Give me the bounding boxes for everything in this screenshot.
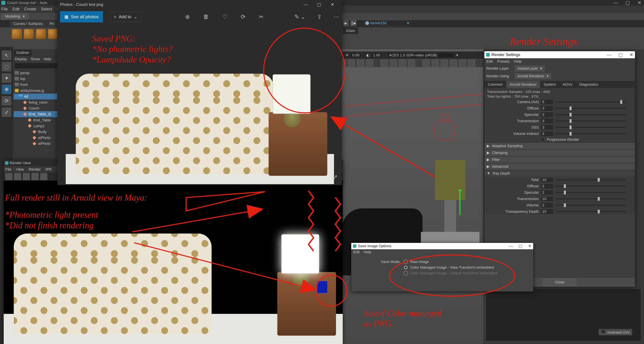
maximize-icon[interactable]: ▢ <box>518 244 522 248</box>
outliner-item[interactable]: front <box>14 82 60 88</box>
more-icon[interactable]: ⋯ <box>334 13 339 20</box>
radio-view-transform[interactable] <box>404 265 408 270</box>
rv-menu-view[interactable]: View <box>16 167 24 172</box>
param-value-input[interactable]: 3 <box>541 118 554 124</box>
play-button[interactable]: ▶ <box>343 20 349 26</box>
param-slider[interactable] <box>556 101 626 102</box>
rv-tool-icon[interactable] <box>14 173 21 180</box>
section-collapsed[interactable]: ▶Filter <box>484 156 635 163</box>
render-region-marquee[interactable] <box>317 281 327 293</box>
progressive-render-checkbox[interactable] <box>541 138 545 142</box>
close-icon[interactable]: ✕ <box>528 244 532 248</box>
rs-tab[interactable]: Common <box>484 81 506 88</box>
shelf-icon[interactable] <box>48 29 58 39</box>
rv-tool-icon[interactable] <box>40 173 47 180</box>
share-icon[interactable]: ⇪ <box>317 13 322 20</box>
shelf-icon[interactable] <box>36 29 46 39</box>
param-value-input[interactable]: 3 <box>541 125 554 130</box>
close-button[interactable]: Close <box>543 279 576 286</box>
outliner-menu-help[interactable]: Help <box>44 57 51 61</box>
outliner-menu-show[interactable]: Show <box>31 57 40 61</box>
rs-tab[interactable]: Diagnostics <box>576 81 602 88</box>
vp-tool-icon[interactable] <box>422 59 430 67</box>
vp-tool-icon[interactable] <box>459 59 466 67</box>
rs-menu-presets[interactable]: Presets <box>497 59 510 64</box>
outliner-item[interactable]: living_room <box>14 99 60 105</box>
select-tool[interactable]: ↖ <box>2 51 11 60</box>
rotate-icon[interactable]: ⟳ <box>241 13 246 20</box>
maximize-icon[interactable]: ▢ <box>618 52 623 58</box>
vp-tool-icon[interactable] <box>380 59 388 67</box>
si-titlebar[interactable]: Save Image Options — ▢ ✕ <box>351 243 533 249</box>
minimize-icon[interactable]: — <box>299 0 312 9</box>
maximize-icon[interactable]: ▢ <box>312 0 326 9</box>
reversed-uvs-toggle[interactable]: reversed UVs <box>598 329 632 335</box>
paint-select-tool[interactable]: ✦ <box>2 73 11 83</box>
param-slider[interactable] <box>556 108 626 109</box>
vp-tool-icon[interactable] <box>432 59 439 67</box>
shelf-icon[interactable] <box>12 29 22 39</box>
section-collapsed[interactable]: ▶Clamping <box>484 150 635 156</box>
render-using-select[interactable]: Arnold Renderer▾ <box>515 73 551 79</box>
render-view-window[interactable]: Render View File View Render IPR <box>4 160 343 344</box>
rs-tab[interactable]: System <box>540 81 559 88</box>
fullscreen-icon[interactable]: ⤢ <box>332 173 338 181</box>
rotate-tool[interactable]: ⟳ <box>2 96 11 105</box>
menu-create[interactable]: Create <box>24 7 36 11</box>
param-value-input[interactable]: 3 <box>541 131 554 137</box>
rs-tab[interactable]: AOVs <box>559 81 576 88</box>
outliner-tab[interactable]: Outliner <box>14 49 32 56</box>
minimize-icon[interactable]: — <box>509 244 513 248</box>
menu-file[interactable]: File <box>1 7 8 11</box>
lasso-tool[interactable]: ◌ <box>2 62 11 71</box>
rv-tool-icon[interactable] <box>5 173 12 180</box>
vp-tool-icon[interactable] <box>366 59 373 67</box>
move-tool[interactable]: ✥ <box>2 85 11 94</box>
section-collapsed[interactable]: ▶Advanced <box>484 163 635 170</box>
outliner-item[interactable]: All <box>14 94 60 99</box>
rv-tool-icon[interactable] <box>23 173 30 180</box>
param-value-input[interactable]: 10 <box>541 196 554 201</box>
outliner-item[interactable]: Lamp1 <box>14 123 60 129</box>
vp-tool-icon[interactable] <box>399 59 406 67</box>
colorspace-select[interactable]: ACES 1.0 SDR-video (sRGB)▾ <box>387 53 458 58</box>
vp-tool-icon[interactable] <box>390 59 397 67</box>
param-value-input[interactable]: 2 <box>541 183 554 189</box>
render-canvas[interactable] <box>4 181 343 344</box>
param-value-input[interactable]: 10 <box>541 209 554 214</box>
outliner-item[interactable]: aiPhoto <box>14 141 60 147</box>
crop-icon[interactable]: ✂ <box>259 13 264 20</box>
close-icon[interactable]: ✕ <box>630 52 633 58</box>
outliner-item[interactable]: End_Table <box>14 117 60 123</box>
vp-tool-icon[interactable] <box>357 59 364 67</box>
vp-tool-icon[interactable] <box>450 59 457 67</box>
photos-window[interactable]: Photos - Couch test.png — ▢ ✕ ▦ See all … <box>57 0 342 185</box>
save-image-options-window[interactable]: Save Image Options — ▢ ✕ Edit Help Save … <box>351 243 533 292</box>
param-slider[interactable] <box>556 198 626 199</box>
param-slider[interactable] <box>556 114 626 115</box>
section-collapsed[interactable]: ▶Adaptive Sampling <box>484 143 635 149</box>
outliner-item[interactable]: aiSkyDomeLig <box>14 88 60 94</box>
shelf-tab-curves[interactable]: Curves / Surfaces <box>10 20 46 27</box>
outliner-item[interactable]: Body <box>14 129 60 135</box>
param-value-input[interactable]: 10 <box>541 177 554 182</box>
outliner-menu-display[interactable]: Display <box>15 57 27 61</box>
si-menu-edit[interactable]: Edit <box>353 250 360 254</box>
rv-tool-icon[interactable] <box>32 173 38 180</box>
param-value-input[interactable]: 3 <box>541 106 554 111</box>
add-to-button[interactable]: + Add to ⌄ <box>110 12 142 22</box>
si-menu-help[interactable]: Help <box>364 250 371 254</box>
param-slider[interactable] <box>556 121 626 122</box>
scale-tool[interactable]: ⤢ <box>2 107 11 117</box>
param-slider[interactable] <box>556 127 626 128</box>
photos-titlebar[interactable]: Photos - Couch test.png — ▢ ✕ <box>57 0 342 9</box>
param-value-input[interactable]: 2 <box>541 202 554 208</box>
exposure-field[interactable]: ☀0.00 <box>346 53 361 58</box>
delete-icon[interactable]: 🗑 <box>203 13 209 20</box>
favorite-icon[interactable]: ♡ <box>222 13 227 20</box>
outliner-item[interactable]: persp <box>14 70 60 76</box>
param-value-input[interactable]: 3 <box>541 112 554 117</box>
maximize-icon[interactable]: ▢ <box>624 0 631 5</box>
render-layer-select[interactable]: masterLayer▾ <box>515 66 544 71</box>
param-slider[interactable] <box>556 186 626 187</box>
